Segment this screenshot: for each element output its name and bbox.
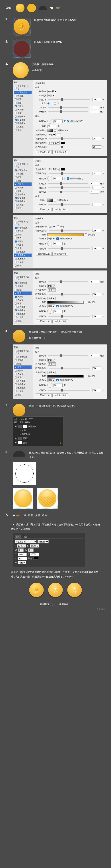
recommend-button[interactable]: 👍推荐 [29,583,44,597]
global-light-note: 全局光，相信大家在调整参数的时候也碰到调整一个角度，全部图层都会跟着调整的吧，其… [11,570,100,579]
style-sidebar: 样式 混合选项：默认 斜面和浮雕 等高线 纹理 描边 内阴影 内发光 光泽 颜色… [13,80,33,156]
step-3-text: 混合模式调整后效果。 [32,62,106,66]
ps-note: PS：完了么？没！亮点出现，可能很多知道，也有不知道的。PS实用小技巧。知道的就… [11,522,100,531]
swatch-dark-half [39,6,47,10]
dark-circle [14,41,29,57]
heart-icon: ♥ [54,586,57,591]
step-1-text: 截图用参考线测出按钮的大小为：88*88 [34,18,106,22]
result-shine [13,488,34,509]
step-2-num: 2. [5,40,9,43]
layer-style-bevel-panel: 样式 混合选项：默认 斜面和浮雕 等高线 纹理 描边 内阴影 内发光 光泽 颜色… [13,80,107,156]
step-2-text: 用形状工具画出88像素的圆。 [34,40,106,44]
layers-panel: 正常 不透明度:100% 锁定: 填充:100% 👁顶部渐变fx ●效果 ●渐变… [13,416,64,446]
eye-icon[interactable]: 👁 [15,425,17,428]
layer-style-gradient-panel: 样式 混合选项：默认 斜面和浮雕 等高线 纹理 描边 内阴影 内发光 光泽 颜色… [13,215,107,269]
tab-paragraph[interactable]: 段落 [23,535,29,538]
angle-dial[interactable] [47,119,52,124]
step-6: 6. 质感体现，复制圆的路径，新建层，粘贴，用↓调整路径，填充白，蒙板渐变。 [5,451,106,509]
heart-icon: ♥ [50,5,53,11]
gradient-preview[interactable] [47,234,84,236]
step-3: 3. 混合模式调整后效果。 参数如下： 样式 混合选项：默认 斜面和浮雕 等高线… [5,62,106,325]
layer-style-innershadow-panel: 样式 混合选项：默认 斜面和浮雕 等高线 纹理 描边 内阴影 内发光 光泽 颜色… [13,158,107,213]
bevel-style-select[interactable]: 内斜面 [47,90,57,93]
step-3-params: 参数如下： [32,68,106,72]
heart-icon: ♥ [13,513,15,518]
favorite-button[interactable]: ★收藏 [67,583,82,597]
final-buttons: 👍推荐 ♥喜欢 ★收藏 [5,583,106,597]
like-button[interactable]: ♥喜欢 [48,583,63,597]
set-default-btn[interactable]: 设置为默认值 [36,150,52,154]
color-swatch[interactable] [34,557,38,560]
step-1: 1. 👍 推荐 截图用参考线测出按钮的大小为：88*88 [5,18,106,35]
character-inspector: 字符 段落 方正兰亭黑Regular T12 点⇅(自动) VA0AV0 ITT… [13,533,85,567]
star-icon: ★ [72,586,76,591]
merged-circle [13,404,25,416]
watermark: 飞屋山上 [5,608,106,610]
path-figure [13,462,36,485]
step-1-num: 1. [5,18,9,21]
thanks-note: 配得好漫长。。。谢谢观看。 [5,602,106,606]
thumbs-up-icon: 👍 [19,22,25,28]
layer-style-stroke-panel-2: 样式 混合选项：默认 斜面和浮雕 等高线 纹理 描边 内阴影 内发光 光泽 颜色… [13,344,107,399]
result-texture [37,488,58,509]
step-5: 5. 新建一个圆层和底部合并。添加蒙板拉渐变。 正常 不透明度:100% 锁定:… [5,404,106,446]
step-3-num: 3. [5,62,9,65]
tab-character[interactable]: 字符 [15,535,21,538]
layer-style-stroke-panel: 样式 混合选项：默认 斜面和浮雕 等高线 纹理 描边 内阴影 内发光 光泽 颜色… [13,270,107,325]
thumb-label: 推荐 [20,28,24,31]
half-dark [13,451,25,457]
header-tag: 推荐 [56,7,60,9]
swatch-gradient [16,4,24,12]
step-7: 7. ♥ 推荐 加上图案，文字，收帖！ [5,513,106,518]
guide-box: 👍 推荐 [13,18,30,35]
step-2: 2. 用形状工具画出88像素的圆。 [5,40,106,58]
decomposition-header: 分解 ♥ 推荐 [5,4,106,12]
orange-circle [13,62,29,78]
base-circle [13,330,25,342]
bevel-item[interactable]: 斜面和浮雕 [14,91,31,94]
header-label: 分解 [5,6,11,10]
thumb-button: 👍 推荐 [14,19,29,35]
thumbs-up-icon: 👍 [34,586,39,591]
step-4: 4. 底部制作，复制上面的圆层。（把其他参数都去掉） 描边参数如下： 样式 混合… [5,330,106,399]
reset-default-btn[interactable]: 复位为默认值 [52,150,68,154]
layer-row[interactable]: 👁顶部渐变fx [14,424,62,429]
swatch-flat [27,4,36,12]
